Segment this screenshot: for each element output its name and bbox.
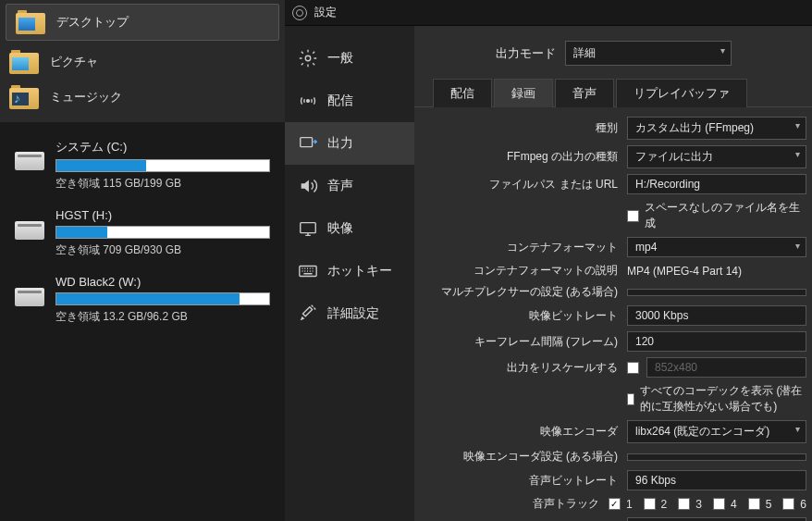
video-encoder-select[interactable]: libx264 (既定のエンコーダ) [627, 420, 806, 443]
nav-item-video[interactable]: 映像 [285, 207, 414, 250]
form-label: コンテナフォーマットの説明 [414, 263, 627, 279]
form-label: キーフレーム間隔 (フレーム) [414, 334, 627, 350]
form-row: スペースなしのファイル名を生成 [414, 200, 812, 231]
nav-label: 詳細設定 [327, 305, 379, 322]
drive-free-text: 空き領域 709 GB/930 GB [55, 242, 270, 258]
show-all-codecs-checkbox[interactable]: すべてのコーデックを表示 (潜在的に互換性がない場合でも) [627, 383, 806, 415]
drive-item[interactable]: HGST (H:) 空き領域 709 GB/930 GB [0, 201, 285, 267]
output-mode-label: 出力モード [496, 45, 556, 62]
tab-リプレイバッファ[interactable]: リプレイバッファ [616, 79, 747, 107]
nav-label: ホットキー [327, 263, 392, 279]
form-row: キーフレーム間隔 (フレーム) 120 [414, 331, 812, 352]
form-label: 映像エンコーダ設定 (ある場合) [414, 449, 627, 465]
nav-label: 出力 [327, 135, 353, 152]
advanced-icon [298, 304, 318, 324]
filepath-input[interactable]: H:/Recording [627, 174, 806, 194]
form-row: 音声トラック ✓123456 [414, 496, 812, 512]
form-row: すべてのコーデックを表示 (潜在的に互換性がない場合でも) [414, 383, 812, 415]
tab-配信[interactable]: 配信 [433, 79, 492, 107]
nav-item-audio[interactable]: 音声 [285, 165, 414, 207]
audio-encoder-select[interactable]: aac (既定のエンコーダ) [627, 517, 806, 521]
svg-rect-2 [301, 138, 313, 147]
nav-item-hotkeys[interactable]: ホットキー [285, 250, 414, 292]
output-icon [298, 133, 318, 154]
form-label: 映像ビットレート [414, 308, 627, 324]
drive-name: システム (C:) [55, 139, 270, 155]
video-icon [298, 218, 318, 239]
svg-rect-3 [301, 223, 316, 233]
form-label: 種別 [414, 120, 627, 136]
form-label: 音声ビットレート [414, 473, 627, 489]
form-label: 映像エンコーダ [414, 424, 627, 440]
form-row: FFmpeg の出力の種類 ファイルに出力 [414, 145, 812, 168]
drive-item[interactable]: WD Black2 (W:) 空き領域 13.2 GB/96.2 GB [0, 267, 285, 334]
tab-録画[interactable]: 録画 [494, 79, 553, 107]
form-label: ファイルパス または URL [414, 177, 627, 192]
form-row: コンテナフォーマットの説明 MP4 (MPEG-4 Part 14) [414, 263, 812, 279]
nav-item-stream[interactable]: 配信 [285, 80, 414, 122]
audio-track-6-checkbox[interactable]: 6 [782, 498, 806, 511]
audio-track-5-checkbox[interactable]: 5 [748, 498, 772, 511]
keyframe-input[interactable]: 120 [627, 331, 806, 352]
folder-icon [16, 10, 45, 34]
tab-音声[interactable]: 音声 [555, 79, 614, 107]
form-label: コンテナフォーマット [414, 240, 627, 255]
video-encoder-settings-input[interactable] [627, 453, 806, 461]
folder-item-music[interactable]: ♪ ミュージック [0, 80, 285, 115]
drive-free-text: 空き領域 115 GB/199 GB [55, 176, 270, 192]
audio-tracks: ✓123456 [609, 498, 806, 511]
form-label: 音声トラック [414, 496, 609, 512]
folder-label: ミュージック [50, 89, 122, 105]
folder-label: ピクチャ [50, 54, 98, 70]
nav-label: 配信 [327, 93, 353, 109]
audio-icon [298, 176, 318, 196]
window-title: 設定 [314, 5, 337, 20]
audio-track-4-checkbox[interactable]: 4 [713, 498, 737, 511]
nav-item-general[interactable]: 一般 [285, 37, 414, 80]
settings-nav: 一般 配信 出力 音声 映像 ホットキー 詳細設定 [285, 26, 414, 521]
hotkeys-icon [298, 261, 318, 281]
nav-item-advanced[interactable]: 詳細設定 [285, 292, 414, 335]
form-label: FFmpeg の出力の種類 [414, 149, 627, 165]
output-form: 種別 カスタム出力 (FFmpeg) FFmpeg の出力の種類 ファイルに出力… [414, 107, 812, 521]
nav-label: 音声 [327, 178, 353, 194]
folder-label: デスクトップ [56, 14, 129, 31]
video-bitrate-input[interactable]: 3000 Kbps [627, 305, 806, 326]
settings-content: 出力モード 詳細 配信録画音声リプレイバッファ 種別 カスタム出力 (FFmpe… [414, 26, 812, 521]
ffmpeg-output-type-select[interactable]: ファイルに出力 [627, 145, 806, 168]
folder-item-pictures[interactable]: ピクチャ [0, 44, 285, 80]
nav-label: 映像 [327, 220, 353, 237]
drive-usage-bar [55, 226, 270, 239]
audio-track-2-checkbox[interactable]: 2 [644, 498, 668, 511]
rescale-checkbox[interactable] [627, 362, 639, 374]
output-mode-select[interactable]: 詳細 [565, 41, 732, 66]
nav-label: 一般 [327, 50, 353, 67]
folder-item-desktop[interactable]: デスクトップ [6, 4, 279, 41]
svg-point-1 [307, 100, 310, 103]
form-row: ファイルパス または URL H:/Recording [414, 174, 812, 194]
form-row: 音声ビットレート 96 Kbps [414, 470, 812, 490]
no-space-filename-checkbox[interactable]: スペースなしのファイル名を生成 [627, 200, 806, 231]
form-row: マルチプレクサーの設定 (ある場合) [414, 284, 812, 300]
drive-icon [15, 288, 44, 306]
nav-item-output[interactable]: 出力 [285, 122, 414, 165]
settings-window: 設定 一般 配信 出力 音声 映像 ホットキー 詳細設定 [285, 0, 812, 521]
drive-item[interactable]: システム (C:) 空き領域 115 GB/199 GB [0, 131, 285, 201]
output-tabs: 配信録画音声リプレイバッファ [414, 79, 812, 107]
drive-name: HGST (H:) [55, 208, 270, 222]
audio-track-1-checkbox[interactable]: ✓1 [609, 498, 633, 511]
drive-usage-bar [55, 159, 270, 172]
muxer-input[interactable] [627, 289, 806, 296]
audio-track-3-checkbox[interactable]: 3 [678, 498, 702, 511]
rescale-size-input: 852x480 [646, 357, 806, 378]
settings-body: 一般 配信 出力 音声 映像 ホットキー 詳細設定 出力モード 詳細 [285, 26, 812, 521]
container-select[interactable]: mp4 [627, 237, 806, 257]
type-select[interactable]: カスタム出力 (FFmpeg) [627, 117, 806, 140]
form-label: マルチプレクサーの設定 (ある場合) [414, 284, 627, 300]
explorer-sidebar: デスクトップ ピクチャ ♪ ミュージック システム (C:) 空き領域 115 … [0, 0, 285, 521]
drive-usage-bar [55, 292, 270, 305]
audio-bitrate-input[interactable]: 96 Kbps [627, 470, 806, 490]
form-row: 出力をリスケールする 852x480 [414, 357, 812, 378]
form-row: コンテナフォーマット mp4 [414, 237, 812, 257]
stream-icon [298, 91, 318, 111]
